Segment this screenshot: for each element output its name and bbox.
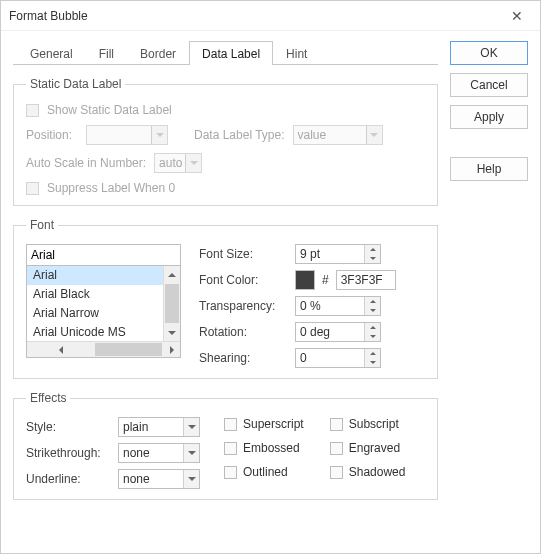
chevron-down-icon: [183, 418, 199, 436]
scroll-up-icon[interactable]: [164, 266, 180, 283]
scroll-thumb[interactable]: [165, 284, 179, 323]
engraved-checkbox[interactable]: [330, 442, 343, 455]
font-color-label: Font Color:: [199, 273, 289, 287]
shearing-value: 0: [300, 351, 307, 365]
chevron-down-icon[interactable]: [370, 332, 376, 341]
font-item[interactable]: Arial: [27, 266, 163, 285]
embossed-checkbox[interactable]: [224, 442, 237, 455]
horizontal-scrollbar[interactable]: [27, 341, 180, 357]
chevron-down-icon[interactable]: [370, 358, 376, 367]
vertical-scrollbar[interactable]: [163, 266, 180, 341]
chevron-down-icon: [183, 444, 199, 462]
cancel-button[interactable]: Cancel: [450, 73, 528, 97]
data-label-type-select[interactable]: value: [293, 125, 383, 145]
data-label-type-label: Data Label Type:: [194, 128, 285, 142]
chevron-up-icon[interactable]: [370, 349, 376, 358]
ok-button[interactable]: OK: [450, 41, 528, 65]
underline-label: Underline:: [26, 472, 112, 486]
font-item[interactable]: Arial Black: [27, 285, 163, 304]
effects-group: Effects Style: plain Strikethrough:: [13, 391, 438, 500]
tab-data-label[interactable]: Data Label: [189, 41, 273, 65]
tab-hint[interactable]: Hint: [273, 41, 320, 65]
font-item[interactable]: Arial Unicode MS: [27, 323, 163, 342]
transparency-label: Transparency:: [199, 299, 289, 313]
auto-scale-value: auto: [159, 156, 182, 170]
superscript-label: Superscript: [243, 417, 304, 431]
tab-fill[interactable]: Fill: [86, 41, 127, 65]
color-swatch[interactable]: [295, 270, 315, 290]
chevron-up-icon[interactable]: [370, 245, 376, 254]
embossed-label: Embossed: [243, 441, 300, 455]
subscript-label: Subscript: [349, 417, 399, 431]
outlined-label: Outlined: [243, 465, 288, 479]
scroll-right-icon[interactable]: [163, 342, 180, 357]
chevron-down-icon: [185, 154, 201, 172]
shearing-spinner[interactable]: 0: [295, 348, 381, 368]
rotation-spinner[interactable]: 0 deg: [295, 322, 381, 342]
chevron-up-icon[interactable]: [370, 323, 376, 332]
style-label: Style:: [26, 420, 112, 434]
close-icon[interactable]: ✕: [502, 8, 532, 24]
subscript-checkbox[interactable]: [330, 418, 343, 431]
shearing-label: Shearing:: [199, 351, 289, 365]
tab-border[interactable]: Border: [127, 41, 189, 65]
underline-value: none: [123, 472, 150, 486]
outlined-checkbox[interactable]: [224, 466, 237, 479]
format-bubble-dialog: Format Bubble ✕ General Fill Border Data…: [0, 0, 541, 554]
data-label-type-value: value: [298, 128, 327, 142]
font-group: Font Arial Arial Black Arial Narrow Aria…: [13, 218, 438, 379]
underline-select[interactable]: none: [118, 469, 200, 489]
font-list[interactable]: Arial Arial Black Arial Narrow Arial Uni…: [26, 266, 181, 358]
scroll-down-icon[interactable]: [164, 324, 180, 341]
position-select[interactable]: [86, 125, 168, 145]
apply-button[interactable]: Apply: [450, 105, 528, 129]
color-hex-input[interactable]: 3F3F3F: [336, 270, 396, 290]
scroll-left-icon[interactable]: [27, 342, 94, 357]
color-hex-value: 3F3F3F: [341, 273, 383, 287]
style-value: plain: [123, 420, 148, 434]
strikethrough-select[interactable]: none: [118, 443, 200, 463]
help-button[interactable]: Help: [450, 157, 528, 181]
chevron-down-icon: [183, 470, 199, 488]
font-legend: Font: [26, 218, 58, 232]
static-data-label-group: Static Data Label Show Static Data Label…: [13, 77, 438, 206]
suppress-label: Suppress Label When 0: [47, 181, 175, 195]
chevron-down-icon: [151, 126, 167, 144]
auto-scale-label: Auto Scale in Number:: [26, 156, 146, 170]
engraved-label: Engraved: [349, 441, 400, 455]
transparency-spinner[interactable]: 0 %: [295, 296, 381, 316]
suppress-checkbox[interactable]: [26, 182, 39, 195]
show-static-checkbox[interactable]: [26, 104, 39, 117]
font-item[interactable]: Arial Narrow: [27, 304, 163, 323]
chevron-up-icon[interactable]: [370, 297, 376, 306]
shadowed-label: Shadowed: [349, 465, 406, 479]
titlebar: Format Bubble ✕: [1, 1, 540, 31]
auto-scale-select[interactable]: auto: [154, 153, 202, 173]
strikethrough-label: Strikethrough:: [26, 446, 112, 460]
show-static-label: Show Static Data Label: [47, 103, 172, 117]
style-select[interactable]: plain: [118, 417, 200, 437]
effects-legend: Effects: [26, 391, 70, 405]
scroll-thumb[interactable]: [95, 343, 162, 356]
superscript-checkbox[interactable]: [224, 418, 237, 431]
font-size-value: 9 pt: [300, 247, 320, 261]
tab-general[interactable]: General: [17, 41, 86, 65]
transparency-value: 0 %: [300, 299, 321, 313]
shadowed-checkbox[interactable]: [330, 466, 343, 479]
hash-label: #: [321, 273, 330, 287]
font-size-label: Font Size:: [199, 247, 289, 261]
chevron-down-icon[interactable]: [370, 254, 376, 263]
position-label: Position:: [26, 128, 78, 142]
font-size-spinner[interactable]: 9 pt: [295, 244, 381, 264]
tab-bar: General Fill Border Data Label Hint: [13, 41, 438, 65]
rotation-label: Rotation:: [199, 325, 289, 339]
window-title: Format Bubble: [9, 9, 502, 23]
rotation-value: 0 deg: [300, 325, 330, 339]
static-data-label-legend: Static Data Label: [26, 77, 125, 91]
chevron-down-icon[interactable]: [370, 306, 376, 315]
strikethrough-value: none: [123, 446, 150, 460]
chevron-down-icon: [366, 126, 382, 144]
font-name-input[interactable]: [26, 244, 181, 266]
